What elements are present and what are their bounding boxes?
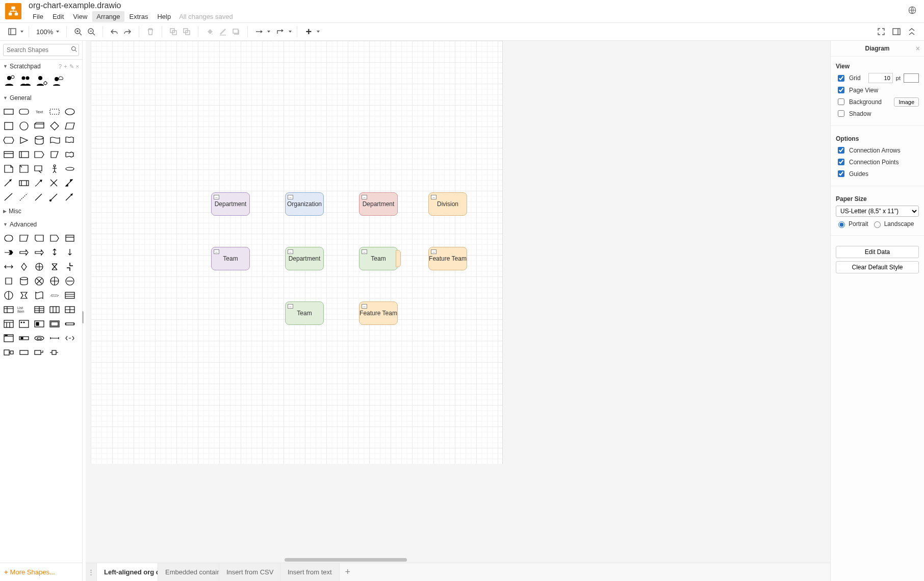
shape-item[interactable]: List Item (17, 304, 31, 316)
grid-color-swatch[interactable] (904, 73, 919, 83)
shape-item[interactable] (33, 163, 46, 175)
shape-item[interactable] (17, 134, 31, 146)
menu-extras[interactable]: Extras (125, 11, 152, 22)
shape-item[interactable] (17, 275, 31, 287)
shape-item[interactable] (48, 318, 61, 330)
shape-item[interactable] (63, 332, 76, 344)
undo-button[interactable] (108, 26, 120, 38)
shape-item[interactable] (63, 106, 76, 118)
insert-button[interactable]: + (302, 26, 315, 38)
shape-item[interactable] (2, 318, 15, 330)
view-sidebar-button[interactable] (6, 26, 18, 38)
shape-item[interactable] (33, 261, 46, 273)
shape-item[interactable] (17, 191, 31, 204)
scratchpad-help-icon[interactable]: ? (59, 63, 62, 70)
delete-button[interactable] (144, 26, 157, 38)
shape-item[interactable] (17, 232, 31, 244)
search-icon[interactable] (71, 46, 77, 54)
fullscreen-button[interactable] (875, 26, 887, 38)
grid-size-input[interactable] (868, 73, 893, 83)
shape-item[interactable] (48, 275, 61, 287)
shape-item[interactable] (48, 261, 61, 273)
shape-item[interactable] (33, 246, 46, 259)
diagram-node-n8[interactable]: –Feature Team (428, 247, 467, 270)
shape-item[interactable] (2, 120, 15, 132)
shape-item[interactable] (33, 232, 46, 244)
diagram-node-n7[interactable]: –Team (359, 247, 398, 270)
shape-item[interactable] (17, 346, 31, 359)
shape-item[interactable] (63, 148, 76, 161)
chevron-down-icon[interactable] (289, 31, 292, 33)
menu-help[interactable]: Help (153, 11, 175, 22)
shadow-checkbox[interactable] (838, 110, 844, 117)
more-shapes-button[interactable]: +More Shapes... (0, 563, 82, 581)
chevron-down-icon[interactable] (267, 31, 270, 33)
general-header[interactable]: General (0, 91, 82, 105)
shape-item[interactable] (33, 134, 46, 146)
shape-item[interactable] (33, 304, 46, 316)
shape-item[interactable] (63, 134, 76, 146)
page-tab-1[interactable]: Left-aligned org ch… (97, 563, 158, 581)
shape-item[interactable] (2, 346, 15, 359)
portrait-radio[interactable] (838, 221, 845, 228)
menu-view[interactable]: View (69, 11, 91, 22)
line-color-button[interactable] (217, 26, 229, 38)
document-title[interactable]: org-chart-example.drawio (29, 1, 233, 11)
shape-item[interactable] (17, 318, 31, 330)
shape-item[interactable] (2, 275, 15, 287)
collapse-icon[interactable]: – (362, 304, 367, 309)
collapse-icon[interactable]: – (362, 249, 367, 254)
shape-item[interactable] (48, 163, 61, 175)
chevron-down-icon[interactable] (20, 31, 23, 33)
edit-data-button[interactable]: Edit Data (836, 246, 919, 258)
page-tab-3[interactable]: Insert from CSV (219, 563, 280, 581)
collapse-icon[interactable]: – (214, 249, 219, 254)
shape-item[interactable] (63, 289, 76, 301)
shape-item[interactable] (2, 289, 15, 301)
shape-item[interactable] (2, 232, 15, 244)
shape-item[interactable] (33, 289, 46, 301)
canvas[interactable]: –Department–Organization–Department–Divi… (86, 41, 830, 563)
diagram-node-n3[interactable]: –Department (359, 192, 398, 216)
scratchpad-header[interactable]: Scratchpad ? + ✎ × (0, 60, 82, 73)
shape-item[interactable] (33, 177, 46, 189)
redo-button[interactable] (121, 26, 134, 38)
horizontal-scrollbar-thumb[interactable] (285, 558, 407, 562)
collapse-icon[interactable]: – (288, 304, 293, 309)
shape-item[interactable] (17, 246, 31, 259)
shape-item[interactable] (48, 120, 61, 132)
shape-item[interactable] (48, 304, 61, 316)
shape-item[interactable] (48, 177, 61, 189)
shape-item[interactable] (33, 120, 46, 132)
fill-color-button[interactable] (203, 26, 216, 38)
shape-item[interactable] (63, 120, 76, 132)
page-tab-4[interactable]: Insert from text (280, 563, 340, 581)
shape-item[interactable] (2, 246, 15, 259)
shape-item[interactable] (48, 134, 61, 146)
collapse-icon[interactable]: – (431, 195, 437, 199)
shape-item[interactable] (2, 304, 15, 316)
shape-item[interactable] (33, 275, 46, 287)
shape-item[interactable] (2, 177, 15, 189)
shape-item[interactable] (33, 191, 46, 204)
scratchpad-close-icon[interactable]: × (76, 63, 79, 70)
page-tab-2[interactable]: Embedded containers (158, 563, 219, 581)
scratch-group-icon[interactable] (19, 75, 32, 86)
menu-edit[interactable]: Edit (48, 11, 68, 22)
collapse-icon[interactable]: – (288, 249, 293, 254)
guides-checkbox[interactable] (838, 170, 844, 177)
shape-item[interactable] (2, 134, 15, 146)
shape-item[interactable] (17, 261, 31, 273)
collapse-icon[interactable]: – (362, 195, 367, 199)
shape-item[interactable] (2, 106, 15, 118)
shape-item[interactable] (48, 246, 61, 259)
shape-item[interactable] (48, 346, 61, 359)
grid-checkbox[interactable] (838, 75, 844, 82)
connection-points-checkbox[interactable] (838, 159, 844, 165)
shadow-button[interactable] (230, 26, 242, 38)
scratch-user-icon[interactable] (3, 75, 15, 86)
page-view-checkbox[interactable] (838, 87, 844, 93)
shape-item[interactable] (63, 232, 76, 244)
tabs-menu-button[interactable]: ⋮ (86, 563, 97, 581)
paper-size-select[interactable]: US-Letter (8,5" x 11") (836, 206, 919, 217)
